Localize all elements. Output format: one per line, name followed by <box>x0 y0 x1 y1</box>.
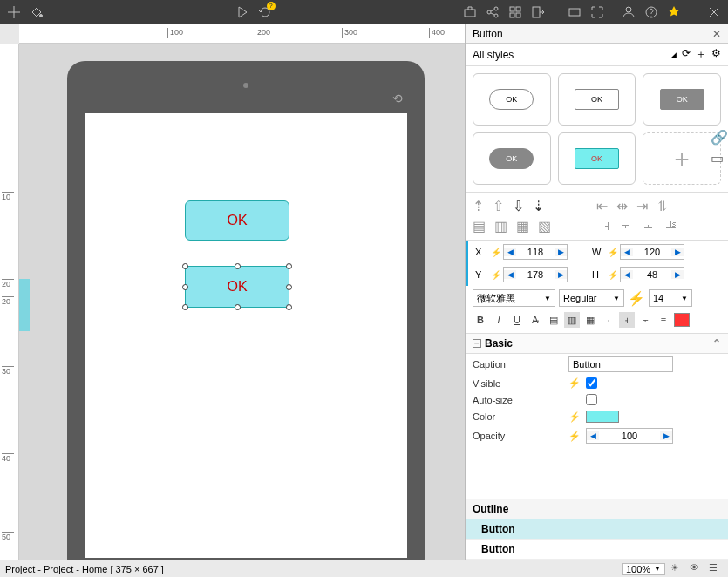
align-center-icon[interactable]: ▥ <box>494 218 507 234</box>
rectangle-icon[interactable] <box>568 5 582 19</box>
dist-v3-icon[interactable]: ⫠ <box>642 218 656 234</box>
window-close-icon[interactable] <box>707 5 721 19</box>
zoom-select[interactable]: 100%▼ <box>622 563 665 575</box>
x-dec-icon[interactable]: ◀ <box>504 248 516 256</box>
valign-mid-icon[interactable]: ⫞ <box>619 312 635 328</box>
align-bottom-icon[interactable]: ⇣ <box>533 198 544 214</box>
w-dec-icon[interactable]: ◀ <box>621 248 633 256</box>
share-icon[interactable] <box>486 5 500 19</box>
side-tabs: 🔗 ▭ <box>711 129 728 166</box>
resize-handle-s[interactable] <box>235 304 241 310</box>
basic-section-header[interactable]: − Basic ⌃ <box>466 334 728 354</box>
x-inc-icon[interactable]: ▶ <box>555 248 567 256</box>
menu-icon[interactable]: ☰ <box>709 562 723 576</box>
panel-close-icon[interactable]: ✕ <box>712 28 721 40</box>
w-inc-icon[interactable]: ▶ <box>671 248 684 256</box>
dist-h2-icon[interactable]: ⇹ <box>616 198 628 214</box>
apps-icon[interactable] <box>508 5 522 19</box>
font-size-select[interactable]: 14▼ <box>649 289 692 307</box>
italic-icon[interactable]: I <box>491 312 507 328</box>
star-icon[interactable] <box>667 5 681 19</box>
resize-handle-e[interactable] <box>286 284 292 290</box>
line-height-icon[interactable]: ≡ <box>656 312 671 328</box>
opacity-input[interactable]: ◀100▶ <box>586 428 673 444</box>
style-chip-1[interactable]: OK <box>473 73 551 126</box>
y-dec-icon[interactable]: ◀ <box>504 270 516 279</box>
align-just-icon[interactable]: ▧ <box>538 218 551 234</box>
valign-bot-icon[interactable]: ⫟ <box>637 312 653 328</box>
canvas-button-2-selected[interactable]: OK <box>185 266 289 308</box>
text-align-left-icon[interactable]: ▤ <box>546 312 561 328</box>
prop-color: Color ⚡ <box>466 408 728 425</box>
device-rotate-icon[interactable]: ⟲ <box>392 92 403 105</box>
paint-bucket-icon[interactable] <box>30 5 44 19</box>
strike-icon[interactable]: A̶ <box>527 312 543 328</box>
font-weight-select[interactable]: Regular▼ <box>559 289 624 307</box>
style-chip-add[interactable]: ＋ <box>643 132 721 185</box>
text-color-swatch[interactable] <box>674 313 690 327</box>
resize-handle-se[interactable] <box>286 304 292 310</box>
color-swatch[interactable] <box>586 411 619 423</box>
gear-icon[interactable]: ⚙ <box>711 47 721 62</box>
eye-icon[interactable]: 👁 <box>690 562 704 576</box>
resize-handle-w[interactable] <box>182 284 188 290</box>
underline-icon[interactable]: U <box>509 312 525 328</box>
valign-top-icon[interactable]: ⫠ <box>601 312 616 328</box>
h-inc-icon[interactable]: ▶ <box>671 270 684 279</box>
align-top-icon[interactable]: ⇡ <box>473 198 484 214</box>
chevron-up-icon[interactable]: ⌃ <box>712 337 721 350</box>
user-icon[interactable] <box>622 5 636 19</box>
brightness-icon[interactable]: ☀ <box>670 562 684 576</box>
dist-v4-icon[interactable]: ⫡ <box>664 218 678 234</box>
y-input[interactable]: ◀178▶ <box>503 267 568 282</box>
outline-item-1[interactable]: Button <box>466 519 728 540</box>
play-icon[interactable] <box>235 5 249 19</box>
svg-rect-1 <box>465 10 475 17</box>
style-chip-5[interactable]: OK <box>558 132 636 185</box>
style-chip-3[interactable]: OK <box>643 73 721 126</box>
dist-h4-icon[interactable]: ⥮ <box>657 198 668 214</box>
refresh-badge-icon[interactable]: ? <box>258 5 272 19</box>
canvas-button-1[interactable]: OK <box>185 200 289 241</box>
layers-icon[interactable]: ▭ <box>711 150 726 166</box>
align-down-icon[interactable]: ⇩ <box>513 198 524 214</box>
autosize-checkbox[interactable] <box>586 394 597 405</box>
h-input[interactable]: ◀48▶ <box>620 267 684 282</box>
style-chip-4[interactable]: OK <box>473 132 551 185</box>
align-up-icon[interactable]: ⇧ <box>493 198 504 214</box>
styles-dropdown-icon[interactable]: ◢ <box>670 51 677 59</box>
fullscreen-icon[interactable] <box>590 5 604 19</box>
visible-checkbox[interactable] <box>586 377 597 389</box>
resize-handle-n[interactable] <box>235 263 241 269</box>
align-right-icon[interactable]: ▦ <box>516 218 529 234</box>
dist-v2-icon[interactable]: ⫟ <box>619 218 633 234</box>
text-align-center-icon[interactable]: ▥ <box>564 312 580 328</box>
text-align-right-icon[interactable]: ▦ <box>582 312 598 328</box>
outline-item-2[interactable]: Button <box>466 540 728 560</box>
collapse-icon[interactable]: − <box>473 339 481 348</box>
grid-icon[interactable] <box>7 5 21 19</box>
x-input[interactable]: ◀118▶ <box>503 244 568 260</box>
dist-h1-icon[interactable]: ⇤ <box>596 198 608 214</box>
y-inc-icon[interactable]: ▶ <box>555 270 567 279</box>
align-left-icon[interactable]: ▤ <box>473 218 486 234</box>
refresh-styles-icon[interactable]: ⟳ <box>682 47 691 62</box>
caption-input[interactable] <box>568 356 673 372</box>
device-screen[interactable]: OK OK <box>85 113 407 558</box>
resize-handle-ne[interactable] <box>286 263 292 269</box>
add-style-icon[interactable]: ＋ <box>696 47 706 62</box>
help-icon[interactable] <box>644 5 658 19</box>
canvas-viewport[interactable]: ⟲ OK OK <box>19 44 465 560</box>
exit-icon[interactable] <box>531 5 545 19</box>
h-dec-icon[interactable]: ◀ <box>621 270 633 279</box>
export-icon[interactable] <box>463 5 477 19</box>
resize-handle-sw[interactable] <box>182 304 188 310</box>
bold-icon[interactable]: B <box>473 312 488 328</box>
style-chip-2[interactable]: OK <box>558 73 636 126</box>
resize-handle-nw[interactable] <box>182 263 188 269</box>
w-input[interactable]: ◀120▶ <box>620 244 684 260</box>
link-icon[interactable]: 🔗 <box>711 129 726 145</box>
dist-h3-icon[interactable]: ⇥ <box>636 198 648 214</box>
font-family-select[interactable]: 微软雅黑▼ <box>473 289 555 307</box>
dist-v1-icon[interactable]: ⫞ <box>603 218 610 234</box>
